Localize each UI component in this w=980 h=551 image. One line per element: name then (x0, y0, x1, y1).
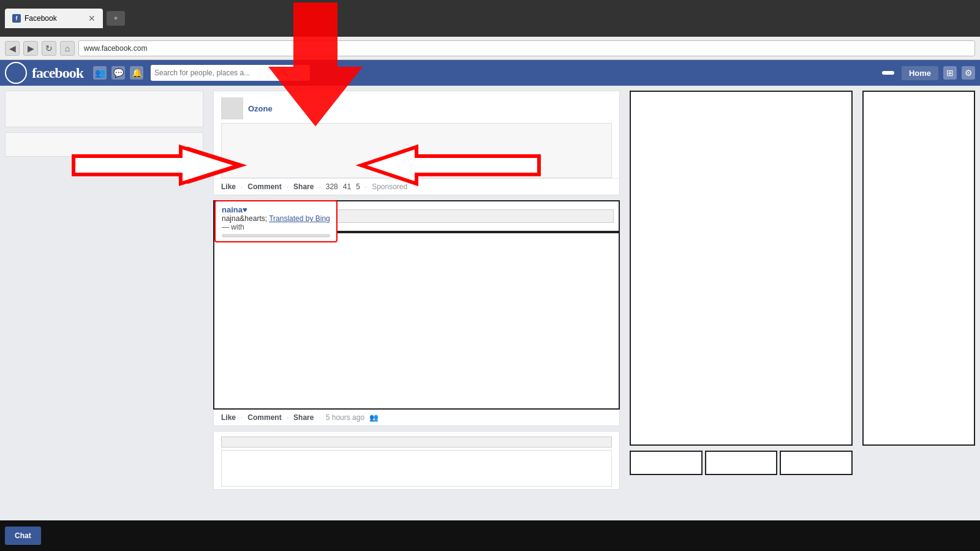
browser-tab[interactable]: f Facebook ✕ (5, 9, 103, 28)
third-post-header-bar (221, 437, 612, 448)
search-input[interactable] (154, 69, 277, 77)
new-tab-button[interactable]: + (107, 11, 125, 26)
right-panel-bottom (630, 451, 853, 475)
left-sidebar-top (5, 91, 203, 127)
right-panel-main (630, 91, 853, 446)
chat-button-1[interactable]: Chat (5, 527, 41, 545)
facebook-navbar: facebook 👥 💬 🔔 🔍 Home ⊞ ⚙ (0, 60, 980, 86)
profile-avatar-small (5, 62, 27, 84)
share-action[interactable]: Share (293, 182, 314, 191)
right-sidebar (625, 86, 858, 551)
forward-button[interactable]: ▶ (23, 41, 38, 56)
friend-requests-icon[interactable]: 👥 (93, 66, 107, 80)
home-button-nav[interactable]: Home (902, 66, 938, 80)
ozone-image (221, 123, 612, 178)
tab-title: Facebook (24, 14, 57, 23)
like-action[interactable]: Like (221, 182, 236, 191)
post-avatar (221, 97, 243, 119)
third-post (213, 431, 620, 490)
post-header: Ozone (214, 91, 619, 123)
back-button[interactable]: ◀ (5, 41, 20, 56)
tooltip-name: naina♥ (222, 205, 330, 214)
browser-nav: ◀ ▶ ↻ ⌂ (0, 37, 980, 60)
share-count: 5 (356, 182, 360, 191)
tooltip-translated: najna&hearts; Translated by Bing (222, 214, 330, 223)
naina-time: 5 hours ago (326, 413, 364, 422)
tooltip-underline (222, 234, 330, 238)
post-actions-bar: Like · Comment · Share · 328 41 5 · Spon… (214, 178, 619, 195)
like-count: 328 (326, 182, 338, 191)
user-name-button[interactable] (882, 71, 894, 75)
friends-icon: 👥 (369, 413, 379, 422)
refresh-button[interactable]: ↻ (42, 41, 56, 56)
address-bar[interactable] (78, 40, 975, 56)
ozone-post: Ozone Like · Comment · Share · 328 41 5 … (213, 91, 620, 195)
tooltip-with: — with (222, 223, 330, 231)
content-area: Ozone Like · Comment · Share · 328 41 5 … (208, 86, 625, 551)
right-bottom-box-1 (630, 451, 703, 475)
main-layout: Ozone Like · Comment · Share · 328 41 5 … (0, 86, 980, 551)
naina-tooltip: naina♥ najna&hearts; Translated by Bing … (214, 200, 337, 242)
third-post-image (221, 450, 612, 487)
tab-close-button[interactable]: ✕ (88, 13, 96, 23)
naina-post-image-box (213, 232, 620, 410)
navbar-right: Home ⊞ ⚙ (882, 66, 975, 80)
grid-icon[interactable]: ⊞ (943, 66, 957, 80)
facebook-logo: facebook (32, 65, 83, 81)
post-name: Ozone (248, 104, 273, 113)
search-bar[interactable]: 🔍 (151, 65, 310, 81)
naina-comment[interactable]: Comment (247, 413, 281, 422)
far-right-panel (858, 86, 980, 551)
comment-count: 41 (343, 182, 351, 191)
left-sidebar (0, 86, 208, 551)
notifications-icon[interactable]: 🔔 (130, 66, 143, 80)
settings-icon[interactable]: ⚙ (962, 66, 975, 80)
search-icon[interactable]: 🔍 (279, 69, 288, 77)
right-bottom-box-2 (705, 451, 778, 475)
naina-post-actions: Like · Comment · Share · 5 hours ago 👥 (213, 410, 620, 426)
left-sidebar-mid (5, 132, 203, 157)
tab-favicon: f (12, 14, 21, 23)
naina-share[interactable]: Share (293, 413, 314, 422)
right-bottom-box-3 (780, 451, 853, 475)
naina-like[interactable]: Like (221, 413, 236, 422)
home-button[interactable]: ⌂ (60, 41, 75, 56)
sponsored-label: Sponsored (372, 182, 407, 191)
bottom-taskbar: Chat (0, 520, 980, 551)
comment-action[interactable]: Comment (247, 182, 281, 191)
browser-chrome: f Facebook ✕ + (0, 0, 980, 37)
ozone-name: Ozone (248, 104, 273, 113)
messages-icon[interactable]: 💬 (111, 66, 125, 80)
naina-post-wrapper: naina♥ najna&hearts; Translated by Bing … (213, 200, 620, 426)
far-right-box (862, 91, 975, 446)
